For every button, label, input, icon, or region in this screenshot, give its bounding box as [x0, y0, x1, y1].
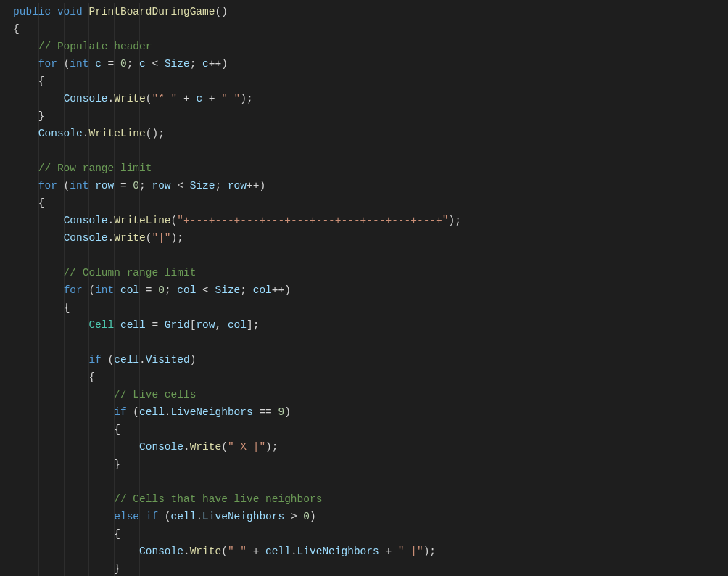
- method-write: Write: [114, 232, 146, 244]
- code-line[interactable]: Console.WriteLine("+---+---+---+---+---+…: [13, 212, 715, 229]
- property-visited: Visited: [146, 354, 190, 366]
- property-liveneighbors: LiveNeighbors: [297, 546, 379, 557]
- variable-size: Size: [190, 180, 215, 192]
- code-line[interactable]: {: [13, 73, 715, 90]
- brace-open: {: [88, 371, 95, 383]
- code-line[interactable]: }: [13, 107, 715, 125]
- code-line[interactable]: // Cells that have live neighbors: [13, 490, 715, 508]
- keyword-void: void: [57, 6, 83, 17]
- number-literal: 0: [120, 58, 127, 70]
- class-console: Console: [139, 546, 183, 557]
- comment: // Column range limit: [64, 267, 197, 279]
- code-line[interactable]: }: [13, 560, 715, 576]
- string-literal: " ": [221, 93, 240, 104]
- keyword-for: for: [38, 180, 57, 192]
- method-write: Write: [114, 93, 146, 104]
- code-line[interactable]: for (int row = 0; row < Size; row++): [13, 177, 715, 194]
- code-line[interactable]: Console.Write(" X |");: [13, 438, 715, 456]
- keyword-int: int: [70, 58, 88, 70]
- type-cell: Cell: [88, 319, 114, 331]
- code-editor[interactable]: public void PrintBoardDuringGame() { // …: [0, 0, 728, 576]
- code-line[interactable]: Cell cell = Grid[row, col];: [13, 316, 715, 334]
- comment: // Populate header: [38, 41, 152, 52]
- code-line[interactable]: // Live cells: [13, 386, 715, 403]
- code-line[interactable]: Console.Write("|");: [13, 229, 715, 247]
- variable-size: Size: [165, 58, 190, 70]
- class-console: Console: [38, 128, 83, 139]
- number-literal: 0: [133, 180, 139, 192]
- brace-open: {: [13, 23, 20, 35]
- code-line[interactable]: Console.Write("* " + c + " ");: [13, 90, 715, 107]
- variable-col: col: [120, 284, 139, 296]
- brace-close: }: [114, 563, 120, 575]
- variable-c: c: [95, 58, 102, 70]
- code-line[interactable]: if (cell.LiveNeighbors == 9): [13, 403, 715, 421]
- keyword-if: if: [146, 511, 158, 522]
- variable-cell: cell: [120, 319, 146, 331]
- brace-open: {: [114, 424, 120, 435]
- keyword-for: for: [64, 284, 83, 296]
- code-line[interactable]: // Row range limit: [13, 160, 715, 177]
- code-line[interactable]: {: [13, 369, 715, 386]
- keyword-else: else: [114, 511, 139, 522]
- brace-open: {: [38, 75, 45, 87]
- empty-line[interactable]: [13, 247, 715, 264]
- code-line[interactable]: {: [13, 20, 715, 38]
- keyword-int: int: [95, 284, 114, 296]
- keyword-int: int: [70, 180, 88, 192]
- method-writeline: WriteLine: [114, 215, 170, 226]
- keyword-for: for: [38, 58, 57, 70]
- number-literal: 9: [278, 406, 285, 418]
- keyword-if: if: [88, 354, 101, 366]
- string-literal: " X |": [228, 441, 265, 453]
- code-line[interactable]: {: [13, 194, 715, 212]
- string-literal: "* ": [152, 93, 177, 104]
- comment: // Cells that have live neighbors: [114, 493, 322, 505]
- code-line[interactable]: for (int c = 0; c < Size; c++): [13, 55, 715, 73]
- method-name: PrintBoardDuringGame: [88, 6, 215, 17]
- property-liveneighbors: LiveNeighbors: [171, 406, 253, 418]
- code-line[interactable]: // Populate header: [13, 38, 715, 55]
- variable-size: Size: [215, 284, 241, 296]
- method-write: Write: [190, 546, 222, 557]
- class-console: Console: [64, 232, 108, 244]
- variable-grid: Grid: [165, 319, 190, 331]
- number-literal: 0: [158, 284, 165, 296]
- code-line[interactable]: else if (cell.LiveNeighbors > 0): [13, 508, 715, 525]
- code-line[interactable]: {: [13, 421, 715, 438]
- string-literal: " ": [228, 546, 247, 557]
- property-liveneighbors: LiveNeighbors: [202, 511, 284, 522]
- empty-line[interactable]: [13, 334, 715, 351]
- comment: // Row range limit: [38, 162, 152, 174]
- class-console: Console: [139, 441, 183, 453]
- keyword-public: public: [13, 6, 51, 17]
- code-line[interactable]: // Column range limit: [13, 264, 715, 281]
- code-line[interactable]: Console.Write(" " + cell.LiveNeighbors +…: [13, 543, 715, 560]
- class-console: Console: [64, 93, 108, 104]
- string-literal: " |": [398, 546, 423, 557]
- code-line[interactable]: {: [13, 525, 715, 543]
- method-writeline: WriteLine: [88, 128, 145, 139]
- code-line[interactable]: for (int col = 0; col < Size; col++): [13, 281, 715, 299]
- brace-open: {: [64, 302, 70, 313]
- empty-line[interactable]: [13, 142, 715, 160]
- method-write: Write: [190, 441, 222, 453]
- empty-line[interactable]: [13, 473, 715, 490]
- brace-close: }: [114, 458, 120, 470]
- code-line[interactable]: public void PrintBoardDuringGame(): [13, 3, 715, 20]
- parentheses: (): [215, 6, 227, 17]
- number-literal: 0: [303, 511, 310, 522]
- string-literal: "|": [152, 232, 170, 244]
- code-line[interactable]: if (cell.Visited): [13, 351, 715, 369]
- brace-close: }: [38, 110, 45, 122]
- class-console: Console: [64, 215, 108, 226]
- code-line[interactable]: }: [13, 456, 715, 473]
- variable-row: row: [95, 180, 114, 192]
- brace-open: {: [38, 197, 45, 209]
- comment: // Live cells: [114, 389, 196, 400]
- string-literal: "+---+---+---+---+---+---+---+---+---+--…: [177, 215, 448, 226]
- code-line[interactable]: Console.WriteLine();: [13, 125, 715, 142]
- code-line[interactable]: {: [13, 299, 715, 316]
- keyword-if: if: [114, 406, 126, 418]
- brace-open: {: [114, 528, 120, 540]
